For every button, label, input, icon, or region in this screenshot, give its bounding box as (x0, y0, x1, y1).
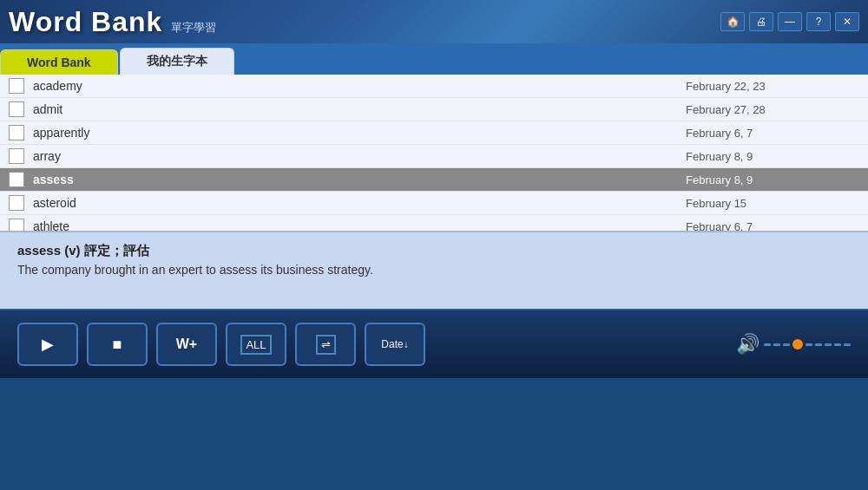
volume-track[interactable] (764, 339, 851, 350)
date-sort-button[interactable]: Date↓ (365, 323, 425, 366)
tab-mywords[interactable]: 我的生字本 (120, 48, 234, 75)
main-content: academy February 22, 23 admit February 2… (0, 75, 868, 309)
row-checkbox[interactable] (9, 172, 24, 187)
app-title: Word Bank (9, 6, 162, 38)
definition-word: assess (v) 評定；評估 (17, 243, 851, 259)
table-row[interactable]: academy February 22, 23 (0, 75, 868, 98)
print-button[interactable]: 🖨 (749, 12, 773, 31)
row-checkbox[interactable] (9, 219, 24, 231)
word-date: February 6, 7 (686, 127, 859, 140)
word-text: admit (33, 102, 686, 116)
all-icon: ALL (240, 335, 271, 355)
volume-dash (834, 343, 841, 346)
row-checkbox[interactable] (9, 125, 24, 140)
row-checkbox[interactable] (9, 101, 24, 117)
stop-button[interactable]: ■ (87, 323, 148, 366)
home-button[interactable]: 🏠 (720, 12, 745, 31)
app-subtitle: 單字學習 (171, 20, 216, 36)
row-checkbox[interactable] (9, 148, 24, 164)
play-icon: ▶ (42, 335, 54, 354)
table-row[interactable]: asteroid February 15 (0, 192, 868, 215)
table-row[interactable]: admit February 27, 28 (0, 98, 868, 121)
word-text: asteroid (33, 196, 686, 210)
wordplus-icon: W+ (176, 336, 197, 352)
shuffle-icon: ⇌ (316, 335, 336, 355)
word-text: assess (33, 173, 686, 186)
table-row-selected[interactable]: assess February 8, 9 (0, 168, 868, 192)
definition-panel: assess (v) 評定；評估 The company brought in … (0, 231, 868, 309)
tab-wordbank[interactable]: Word Bank (0, 49, 118, 75)
minimize-button[interactable]: — (778, 12, 802, 31)
volume-dash (844, 343, 851, 346)
definition-sentence: The company brought in an expert to asse… (17, 263, 851, 277)
help-button[interactable]: ? (806, 12, 831, 31)
table-row[interactable]: apparently February 6, 7 (0, 121, 868, 145)
word-text: athlete (33, 219, 686, 231)
tabs-bar: Word Bank 我的生字本 (0, 43, 868, 75)
volume-dash (764, 343, 771, 346)
volume-dash (815, 343, 822, 346)
word-date: February 27, 28 (686, 103, 859, 116)
word-date: February 8, 9 (686, 150, 859, 163)
word-text: academy (33, 79, 686, 93)
all-button[interactable]: ALL (226, 323, 286, 366)
word-list[interactable]: academy February 22, 23 admit February 2… (0, 75, 868, 231)
word-text: apparently (33, 126, 686, 140)
header: Word Bank 單字學習 🏠 🖨 — ? ✕ (0, 0, 868, 43)
play-button[interactable]: ▶ (17, 323, 78, 366)
header-left: Word Bank 單字學習 (9, 6, 216, 38)
row-checkbox[interactable] (9, 78, 24, 94)
stop-icon: ■ (113, 336, 122, 354)
word-date: February 8, 9 (686, 173, 859, 186)
table-row[interactable]: athlete February 6, 7 (0, 215, 868, 231)
volume-thumb[interactable] (792, 339, 803, 350)
word-list-container: academy February 22, 23 admit February 2… (0, 75, 868, 231)
volume-icon: 🔊 (736, 333, 760, 356)
volume-dash (825, 343, 832, 346)
date-sort-icon: Date↓ (381, 338, 408, 350)
word-date: February 22, 23 (686, 80, 859, 93)
volume-dash (783, 343, 790, 346)
word-date: February 6, 7 (686, 220, 859, 232)
shuffle-button[interactable]: ⇌ (295, 323, 356, 366)
bottom-toolbar: ▶ ■ W+ ALL ⇌ Date↓ 🔊 (0, 309, 868, 378)
volume-dash (773, 343, 780, 346)
word-text: array (33, 149, 686, 163)
wordplus-button[interactable]: W+ (156, 323, 217, 366)
playback-controls: ▶ ■ W+ ALL ⇌ Date↓ (17, 323, 425, 366)
close-button[interactable]: ✕ (835, 12, 859, 31)
word-date: February 15 (686, 197, 859, 210)
header-controls: 🏠 🖨 — ? ✕ (720, 12, 859, 31)
row-checkbox[interactable] (9, 195, 24, 211)
table-row[interactable]: array February 8, 9 (0, 145, 868, 168)
volume-dash (806, 343, 812, 346)
volume-control[interactable]: 🔊 (736, 333, 851, 356)
